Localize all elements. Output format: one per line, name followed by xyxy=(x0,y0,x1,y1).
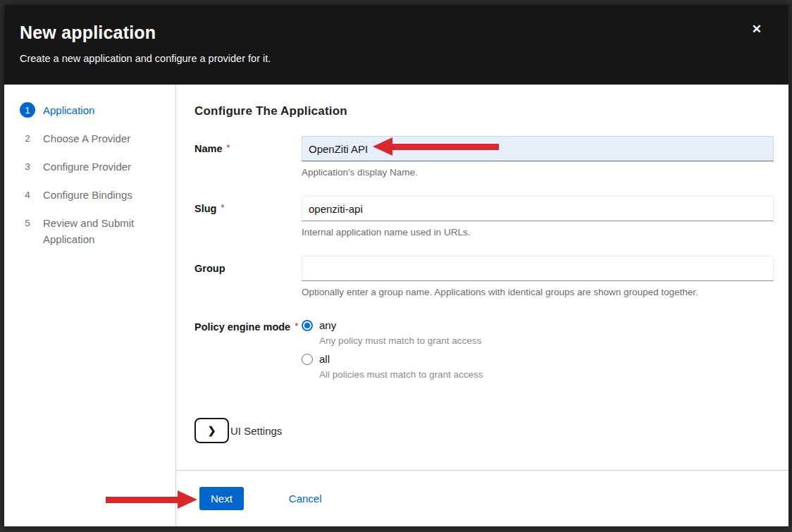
radio-all[interactable] xyxy=(302,354,313,365)
required-asterisk: * xyxy=(221,202,224,213)
new-application-modal: New application Create a new application… xyxy=(4,5,788,526)
step-application[interactable]: 1 Application xyxy=(20,102,166,118)
wizard-footer: Next Cancel xyxy=(176,470,788,526)
step-label: Application xyxy=(43,102,94,118)
wizard-main-content: Configure The Application Name* Applicat… xyxy=(176,85,788,470)
step-number-badge: 1 xyxy=(20,102,35,118)
radio-any[interactable] xyxy=(302,320,313,331)
step-configure-bindings[interactable]: 4 Configure Bindings xyxy=(20,187,166,203)
modal-body: 1 Application 2 Choose A Provider 3 Conf… xyxy=(4,85,788,526)
slug-label: Slug xyxy=(194,203,216,214)
policy-option-all: all All policies must match to grant acc… xyxy=(302,353,774,380)
name-form-row: Name* Application's display Name. xyxy=(194,136,774,178)
screen: New application Create a new application… xyxy=(0,0,792,532)
step-label: Choose A Provider xyxy=(43,130,130,147)
policy-option-any: any Any policy must match to grant acces… xyxy=(302,319,774,346)
page-title: Configure The Application xyxy=(194,104,774,118)
policy-engine-mode-label: Policy engine mode xyxy=(194,321,290,333)
wizard-right-column: Configure The Application Name* Applicat… xyxy=(176,85,788,526)
radio-all-helper-text: All policies must match to grant access xyxy=(319,369,774,380)
wizard-steps-nav: 1 Application 2 Choose A Provider 3 Conf… xyxy=(4,85,176,526)
slug-helper-text: Internal application name used in URLs. xyxy=(302,226,774,238)
name-label: Name xyxy=(194,143,223,154)
name-field[interactable] xyxy=(302,136,774,161)
required-asterisk: * xyxy=(295,321,298,331)
ui-settings-section: ❯ UI Settings xyxy=(194,418,774,443)
close-icon[interactable]: ✕ xyxy=(752,23,762,36)
radio-all-label: all xyxy=(319,353,330,365)
policy-engine-mode-row: Policy engine mode* any Any policy must … xyxy=(194,319,774,387)
chevron-right-icon[interactable]: ❯ xyxy=(194,418,229,443)
step-label: Configure Provider xyxy=(43,159,131,175)
group-form-row: Group Optionally enter a group name. App… xyxy=(194,256,774,298)
ui-settings-label: UI Settings xyxy=(230,425,282,437)
step-number-badge: 4 xyxy=(20,187,35,202)
modal-title: New application xyxy=(20,21,773,44)
modal-header: New application Create a new application… xyxy=(4,5,788,85)
step-choose-provider[interactable]: 2 Choose A Provider xyxy=(20,130,166,147)
slug-field[interactable] xyxy=(302,196,774,221)
next-button[interactable]: Next xyxy=(199,487,244,510)
group-field[interactable] xyxy=(302,256,774,281)
required-asterisk: * xyxy=(227,142,230,153)
step-number-badge: 2 xyxy=(20,130,35,146)
step-label: Review and Submit Application xyxy=(43,215,166,247)
step-number-badge: 5 xyxy=(20,215,35,230)
group-helper-text: Optionally enter a group name. Applicati… xyxy=(302,286,774,298)
radio-any-label: any xyxy=(319,319,336,331)
group-label: Group xyxy=(194,263,225,274)
name-helper-text: Application's display Name. xyxy=(302,166,774,178)
step-review-submit[interactable]: 5 Review and Submit Application xyxy=(20,215,166,247)
radio-any-helper-text: Any policy must match to grant access xyxy=(319,335,774,346)
step-label: Configure Bindings xyxy=(43,187,132,203)
step-configure-provider[interactable]: 3 Configure Provider xyxy=(20,159,166,175)
cancel-link[interactable]: Cancel xyxy=(289,493,322,505)
step-number-badge: 3 xyxy=(20,159,35,174)
modal-subtitle: Create a new application and configure a… xyxy=(20,53,773,64)
slug-form-row: Slug* Internal application name used in … xyxy=(194,196,774,238)
